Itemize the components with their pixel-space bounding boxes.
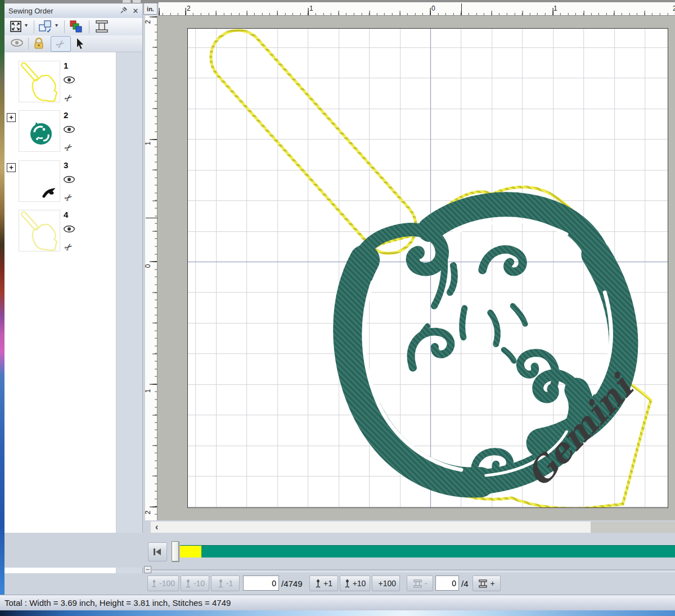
item-thumbnail[interactable]	[19, 160, 60, 202]
ruler-unit-button[interactable]: in.	[143, 3, 158, 15]
ruler-top-label: 2	[673, 6, 675, 11]
stitch-back-10-button[interactable]: -10	[181, 575, 209, 591]
h-scrollbar-thumb[interactable]	[151, 521, 591, 533]
panel-title: Sewing Order	[4, 7, 118, 15]
ruler-left-label: 2	[145, 20, 151, 24]
toolbar-separator	[89, 20, 89, 33]
hoop-button[interactable]	[94, 20, 110, 33]
item-number: 1	[64, 61, 68, 70]
design-canvas-svg[interactable]: Gemini	[188, 29, 668, 507]
fit-to-window-button[interactable]	[9, 20, 24, 33]
stitch-total-label: /4749	[281, 579, 303, 588]
item-eye-toggle[interactable]	[63, 75, 75, 87]
item-eye-toggle[interactable]	[63, 125, 75, 136]
status-bar: Total : Width = 3.69 inch, Height = 3.81…	[0, 595, 675, 610]
item-expand-button[interactable]: +	[7, 163, 16, 172]
scissors-icon: ✂	[53, 36, 69, 52]
button-label: +100	[378, 579, 396, 588]
sewing-item-3: + 3 ✂	[4, 160, 116, 205]
visibility-eye-button[interactable]	[10, 38, 24, 50]
item-expand-button[interactable]: +	[7, 113, 16, 122]
stitch-back-1-button[interactable]: -1	[211, 575, 240, 591]
button-label: +1	[323, 579, 332, 588]
item-eye-toggle[interactable]	[63, 224, 75, 236]
canvas-area: Gemini	[158, 16, 675, 520]
simulation-slider-handle[interactable]	[172, 541, 179, 561]
canvas-h-scrollbar[interactable]: ‹	[151, 521, 675, 533]
toolbar-separator	[28, 38, 29, 50]
stitch-fwd-100-button[interactable]: +100	[372, 575, 400, 591]
ruler-left-label: 2	[145, 511, 151, 515]
desktop-wallpaper-bottom	[0, 610, 675, 616]
splitter-bar: −	[4, 568, 675, 573]
item-scissors-toggle[interactable]: ✂	[62, 240, 75, 254]
item-thumbnail[interactable]	[19, 110, 60, 152]
ruler-top-label: 1	[554, 6, 557, 11]
window-top-button	[133, 0, 141, 3]
ruler-left-label: 1	[145, 389, 151, 393]
stitch-fwd-1-button[interactable]: +1	[309, 575, 338, 591]
sewing-item-4: 4 ✂	[4, 210, 116, 255]
current-stitch-input[interactable]	[243, 575, 279, 591]
lock-button[interactable]	[33, 37, 45, 52]
panel-toolbar-row2: ✂	[4, 35, 142, 52]
pin-icon[interactable]	[118, 6, 129, 16]
item-number: 3	[64, 160, 68, 170]
toolbar-separator	[64, 20, 65, 33]
ruler-top-label: 0	[431, 6, 435, 11]
sewing-item-1: 1 ✂	[4, 61, 116, 106]
panel-toolbar-row1: ▾ ▾	[4, 18, 142, 35]
item-thumbnail[interactable]	[19, 61, 60, 102]
stitch-fwd-10-button[interactable]: +10	[340, 575, 370, 591]
status-text: Total : Width = 3.69 inch, Height = 3.81…	[0, 598, 231, 608]
sewing-order-list: 1 ✂ + 2	[4, 52, 116, 595]
sewing-item-2: + 2 ✂	[4, 110, 116, 155]
panel-header: Sewing Order ✕	[4, 4, 142, 19]
design-grid[interactable]: Gemini	[187, 28, 668, 508]
item-number: 4	[64, 210, 68, 219]
select-arrow-button[interactable]	[75, 38, 86, 52]
item-number: 2	[64, 110, 68, 120]
ruler-left-position-marker	[146, 218, 158, 218]
fit-dropdown-caret[interactable]: ▾	[25, 22, 28, 28]
item-scissors-toggle[interactable]: ✂	[62, 91, 75, 105]
ruler-left-label: 1	[145, 142, 151, 146]
item-scissors-toggle[interactable]: ✂	[62, 191, 75, 205]
item-thumbnail[interactable]	[19, 210, 60, 251]
item-eye-toggle[interactable]	[63, 175, 75, 186]
progress-segment-contour	[180, 546, 201, 557]
ruler-top-position-marker	[461, 3, 462, 15]
button-label: -10	[194, 579, 205, 588]
color-fwd-button[interactable]: +	[472, 575, 501, 591]
item-scissors-toggle[interactable]: ✂	[62, 141, 75, 155]
scroll-left-arrow-icon[interactable]: ‹	[155, 521, 158, 533]
simulation-progress-bar[interactable]	[180, 545, 675, 557]
group-dropdown-caret[interactable]: ▾	[55, 22, 58, 28]
ruler-left-label: 0	[145, 264, 151, 268]
ruler-top-label: 1	[309, 6, 313, 11]
button-label: -100	[159, 579, 175, 588]
stitch-back-100-button[interactable]: -100	[147, 575, 179, 591]
stitch-nav-toolbar: -100 -10 -1 /4749 +1 +10 +100	[4, 573, 675, 595]
window-top-button	[123, 0, 130, 3]
application-window: Sewing Order ✕ ▾	[0, 0, 675, 616]
ruler-top: 2 1 0 1 2	[159, 2, 675, 16]
button-label: -1	[226, 579, 233, 588]
button-label: -	[425, 579, 428, 588]
stitch-simulator-row	[4, 533, 675, 568]
splitter-collapse-button[interactable]: −	[144, 566, 151, 573]
color-sort-button[interactable]	[69, 20, 84, 33]
scissors-toggle-button[interactable]: ✂	[51, 36, 71, 52]
group-objects-button[interactable]	[38, 20, 54, 33]
desktop-wallpaper-left	[0, 0, 4, 596]
ruler-top-label: 2	[187, 6, 191, 11]
current-color-input[interactable]	[435, 575, 459, 591]
ruler-left: 2 1 0 1 2	[145, 16, 158, 520]
color-back-button[interactable]: -	[407, 575, 433, 591]
skip-to-start-button[interactable]	[148, 542, 167, 561]
sewing-order-panel: Sewing Order ✕ ▾	[4, 3, 143, 595]
close-panel-icon[interactable]: ✕	[129, 7, 142, 15]
splitter-line[interactable]	[152, 569, 675, 572]
button-label: +10	[353, 579, 366, 588]
color-total-label: /4	[461, 579, 469, 588]
